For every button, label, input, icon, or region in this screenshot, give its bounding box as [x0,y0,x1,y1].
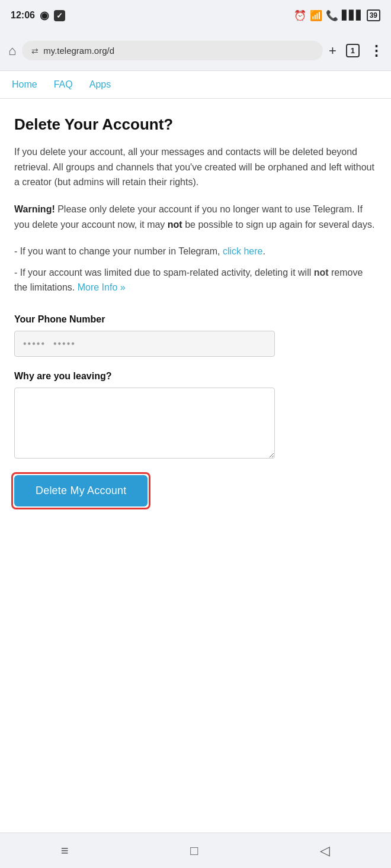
warning-bold-label: Warning! [14,204,55,214]
call-icon: 📞 [326,9,338,22]
more-info-link[interactable]: More Info » [78,282,126,292]
bottom-home-icon[interactable]: □ [190,843,198,859]
info-line-1: - If you want to change your number in T… [14,244,377,259]
check-icon: ✓ [54,10,65,21]
signal-icon: ▋▋▋ [342,10,363,21]
delete-account-button[interactable]: Delete My Account [14,475,148,506]
reason-label: Why are you leaving? [14,371,377,382]
browser-home-icon[interactable]: ⌂ [8,43,16,59]
alarm-icon: ⏰ [294,9,306,22]
browser-menu-button[interactable]: ⋮ [369,43,383,59]
description-text: If you delete your account, all your mes… [14,144,377,190]
page-title: Delete Your Account? [14,115,377,134]
phone-input[interactable] [14,331,275,357]
address-bar[interactable]: ⇄ my.telegram.org/d [22,41,323,60]
status-left: 12:06 ◉ ✓ [11,9,65,22]
bottom-nav: ≡ □ ◁ [0,832,391,868]
tab-apps[interactable]: Apps [89,71,111,98]
warning-text: Warning! Please only delete your account… [14,202,377,232]
delete-button-wrapper: Delete My Account [14,475,148,506]
status-bar: 12:06 ◉ ✓ ⏰ 📶 📞 ▋▋▋ 39 [0,0,391,31]
security-icon: ⇄ [31,46,39,56]
bottom-menu-icon[interactable]: ≡ [61,843,69,859]
click-here-link[interactable]: click here [223,246,263,256]
whatsapp-icon: ◉ [40,9,49,22]
nav-tabs: Home FAQ Apps [0,71,391,99]
info-text: - If you want to change your number in T… [14,244,377,295]
tab-home[interactable]: Home [12,71,37,98]
status-time: 12:06 [11,10,35,21]
battery-icon: 39 [367,9,380,21]
bottom-back-icon[interactable]: ◁ [320,843,330,859]
main-content: Delete Your Account? If you delete your … [0,99,391,832]
browser-actions: + 1 ⋮ [329,43,383,59]
url-text: my.telegram.org/d [43,46,114,56]
wifi-icon: 📶 [310,9,322,22]
info-line-2: - If your account was limited due to spa… [14,265,377,295]
status-icons-right: ⏰ 📶 📞 ▋▋▋ 39 [294,9,380,22]
tabs-count-button[interactable]: 1 [346,44,360,57]
tab-faq[interactable]: FAQ [54,71,73,98]
form-section: Your Phone Number Why are you leaving? D… [14,314,377,506]
browser-bar: ⌂ ⇄ my.telegram.org/d + 1 ⋮ [0,31,391,71]
reason-textarea[interactable] [14,388,275,459]
add-tab-button[interactable]: + [329,43,336,59]
phone-label: Your Phone Number [14,314,377,325]
